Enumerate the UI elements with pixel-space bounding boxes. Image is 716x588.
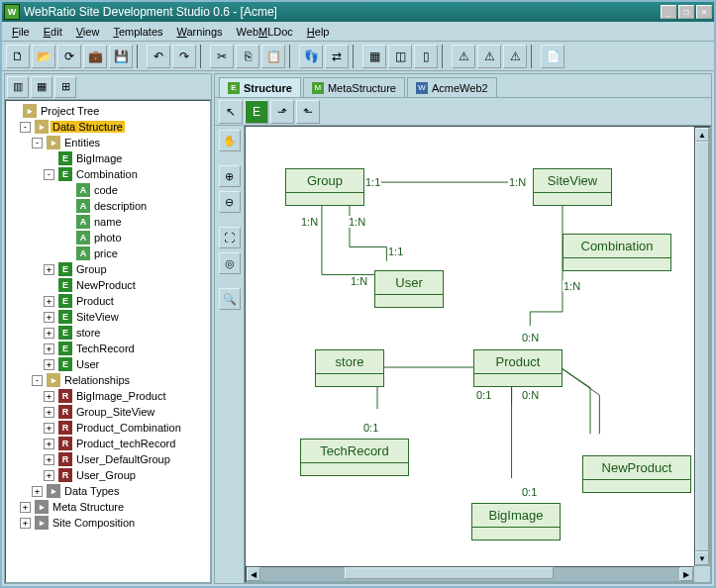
tab-metastructure[interactable]: MMetaStructure [303,77,405,97]
layout2-icon[interactable]: ◫ [388,45,412,68]
paste-icon[interactable]: 📋 [261,45,285,68]
connector1-icon[interactable]: ⬏ [270,100,294,124]
horizontal-scrollbar[interactable]: ◀▶ [246,566,694,582]
expand-icon[interactable]: + [44,470,54,481]
expand-icon[interactable]: + [44,343,54,354]
tree-data-structure[interactable]: Data Structure [51,121,125,133]
tree-entity[interactable]: User [74,358,101,370]
tree-attr[interactable]: code [92,184,120,196]
tree-attr[interactable]: description [92,200,149,212]
entity-newproduct[interactable]: NewProduct [582,455,691,493]
cut-icon[interactable]: ✂ [210,45,234,68]
warn3-icon[interactable]: ⚠ [503,45,527,68]
zoomfit-icon[interactable]: ⛶ [219,227,241,248]
tree-entity[interactable]: SiteView [74,311,121,323]
tree-attr[interactable]: price [92,247,120,259]
expand-icon[interactable]: + [32,486,43,497]
entity-user[interactable]: User [374,270,444,308]
collapse-icon[interactable]: - [32,375,43,386]
tree-rel[interactable]: Product_techRecord [74,438,177,449]
expand-icon[interactable]: + [44,312,54,323]
entity-product[interactable]: Product [473,349,563,387]
scroll-up-icon[interactable]: ▲ [695,128,709,142]
warn2-icon[interactable]: ⚠ [477,45,501,68]
collapse-icon[interactable]: - [20,122,31,133]
zoomin-icon[interactable]: ⊕ [219,165,241,187]
tree-rel[interactable]: User_DefaultGroup [74,453,172,465]
entity-combination[interactable]: Combination [563,234,671,271]
menu-view[interactable]: View [70,24,106,40]
expand-icon[interactable]: + [44,454,54,465]
entity-tool-icon[interactable]: E [245,100,268,124]
tree-btn1[interactable]: ▥ [7,76,29,98]
tree-rel[interactable]: BigImage_Product [74,390,168,402]
tree-sitecomp[interactable]: Site Composition [51,517,137,529]
tab-acmeweb2[interactable]: WAcmeWeb2 [407,77,497,97]
tree-rel[interactable]: Group_SiteView [74,406,156,418]
expand-icon[interactable]: + [44,391,54,402]
replace-icon[interactable]: ⇄ [325,45,349,68]
layout3-icon[interactable]: ▯ [414,45,438,68]
refresh-icon[interactable]: ⟳ [57,45,81,68]
diagram-canvas[interactable]: Group SiteView User Combination store Pr… [246,127,694,566]
expand-icon[interactable]: + [44,296,54,307]
connector2-icon[interactable]: ⬑ [296,100,320,124]
collapse-icon[interactable]: - [32,138,43,148]
tree-entity[interactable]: Product [74,295,116,307]
close-button[interactable]: ✕ [696,5,712,19]
tab-structure[interactable]: EStructure [219,77,301,97]
tree-meta[interactable]: Meta Structure [51,501,126,513]
vertical-scrollbar[interactable]: ▲▼ [694,127,710,566]
tree-entity[interactable]: Group [74,263,109,275]
warn1-icon[interactable]: ⚠ [452,45,475,68]
entity-group[interactable]: Group [285,168,364,206]
entity-techrecord[interactable]: TechRecord [300,439,409,476]
tree-btn2[interactable]: ▦ [31,76,52,98]
doc-icon[interactable]: 📄 [541,45,564,68]
layout1-icon[interactable]: ▦ [362,45,386,68]
expand-icon[interactable]: + [44,423,54,434]
tree-attr[interactable]: name [92,216,124,228]
collapse-icon[interactable]: - [44,169,54,180]
tree-entity[interactable]: BigImage [74,152,124,164]
entity-siteview[interactable]: SiteView [533,168,612,206]
menu-webmldoc[interactable]: WebMLDoc [231,24,299,40]
expand-icon[interactable]: + [44,264,54,275]
expand-icon[interactable]: + [20,518,31,529]
pointer-icon[interactable]: ↖ [219,100,243,124]
find-icon[interactable]: 👣 [299,45,323,68]
entity-bigimage[interactable]: BigImage [471,503,561,540]
expand-icon[interactable]: + [20,502,31,513]
scroll-down-icon[interactable]: ▼ [695,551,709,565]
tree-entities[interactable]: Entities [62,137,102,148]
tree-rel[interactable]: Product_Combination [74,422,183,434]
menu-edit[interactable]: Edit [38,24,68,40]
tree-rel[interactable]: User_Group [74,469,138,481]
zoom100-icon[interactable]: ◎ [219,252,241,274]
project-tree[interactable]: ▸Project Tree -▸Data Structure -▸Entitie… [5,100,211,583]
tree-attr[interactable]: photo [92,232,124,244]
zoomout-icon[interactable]: ⊖ [219,191,241,213]
expand-icon[interactable]: + [44,439,54,449]
tree-datatypes[interactable]: Data Types [62,485,121,497]
maximize-button[interactable]: ❐ [678,5,694,19]
undo-icon[interactable]: ↶ [147,45,170,68]
copy-icon[interactable]: ⎘ [236,45,259,68]
new-icon[interactable]: 🗋 [6,45,30,68]
expand-icon[interactable]: + [44,407,54,418]
minimize-button[interactable]: _ [661,5,676,19]
tree-root[interactable]: Project Tree [39,105,101,117]
tree-entity[interactable]: store [74,327,102,339]
tree-relationships[interactable]: Relationships [62,374,132,386]
redo-icon[interactable]: ↷ [172,45,196,68]
menu-templates[interactable]: Templates [107,24,168,40]
save-icon[interactable]: 💾 [109,45,133,68]
menu-warnings[interactable]: Warnings [171,24,229,40]
scroll-left-icon[interactable]: ◀ [247,567,260,581]
hand-icon[interactable]: ✋ [219,130,241,151]
open-icon[interactable]: 📂 [32,45,55,68]
zoomregion-icon[interactable]: 🔍 [219,288,241,310]
briefcase-icon[interactable]: 💼 [83,45,107,68]
scroll-right-icon[interactable]: ▶ [679,567,693,581]
tree-btn3[interactable]: ⊞ [54,76,76,98]
